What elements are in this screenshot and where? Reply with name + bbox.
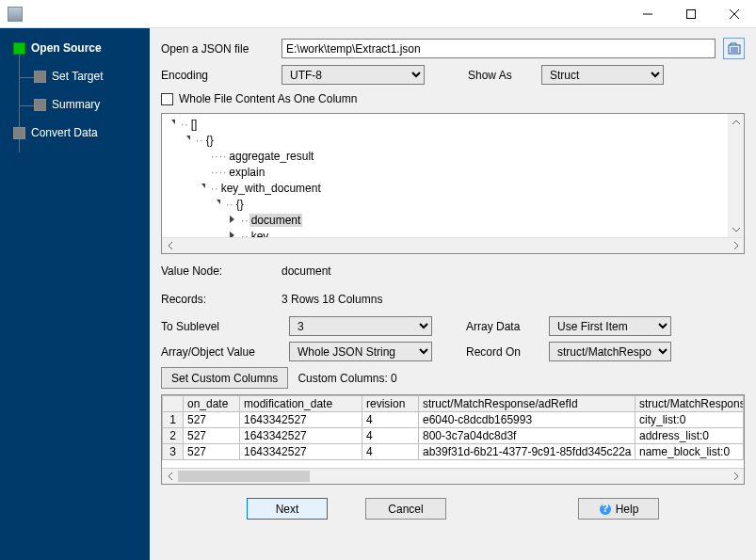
minimize-button[interactable] (626, 0, 669, 28)
step-indicator-icon (34, 99, 46, 111)
tree-expander-icon[interactable] (230, 232, 238, 237)
table-header-row: on_date modification_date revision struc… (163, 396, 744, 412)
set-custom-columns-button[interactable]: Set Custom Columns (161, 367, 288, 389)
scrollbar-thumb[interactable] (178, 471, 310, 482)
sublevel-label: To Sublevel (161, 320, 281, 333)
array-value-select[interactable]: Whole JSON String (289, 342, 432, 361)
scroll-left-icon[interactable] (162, 469, 178, 484)
tree-node[interactable]: {} (204, 134, 216, 147)
records-value: 3 Rows 18 Columns (281, 293, 382, 306)
app-icon (8, 7, 23, 22)
tree-node[interactable]: aggregate_result (227, 150, 315, 163)
step-indicator-icon (34, 71, 46, 83)
browse-file-button[interactable] (723, 38, 745, 59)
tree-vertical-scrollbar[interactable] (728, 114, 744, 237)
main-panel: Open a JSON file Encoding UTF-8 Show As … (150, 28, 756, 560)
show-as-select[interactable]: Struct (541, 65, 664, 85)
table-row[interactable]: 3 527 1643342527 4 ab39f31d-6b21-4377-9c… (163, 444, 744, 460)
tree-node-selected[interactable]: document (249, 214, 303, 227)
scroll-right-icon[interactable] (728, 469, 744, 484)
scroll-right-icon[interactable] (728, 238, 744, 253)
array-data-label: Array Data (466, 320, 541, 333)
tree-expander-icon[interactable] (230, 216, 238, 224)
table-header[interactable]: struct/MatchResponse/ (635, 396, 744, 412)
sidebar-step-label: Open Source (31, 41, 102, 55)
cancel-button[interactable]: Cancel (365, 498, 446, 520)
table-header[interactable]: on_date (184, 396, 240, 412)
tree-node[interactable]: key_with_document (219, 182, 323, 195)
wizard-sidebar: Open Source Set Target Summary Convert D… (0, 28, 150, 560)
whole-file-checkbox[interactable] (161, 93, 173, 105)
value-node-label: Value Node: (161, 264, 281, 278)
svg-text:?: ? (602, 503, 608, 515)
sidebar-step-convert-data[interactable]: Convert Data (0, 122, 150, 143)
tree-expander-icon[interactable] (200, 184, 208, 192)
records-label: Records: (161, 293, 281, 306)
sidebar-step-set-target[interactable]: Set Target (0, 66, 150, 87)
record-on-label: Record On (466, 345, 541, 359)
file-path-input[interactable] (281, 39, 716, 58)
grid-horizontal-scrollbar[interactable] (162, 468, 744, 484)
value-node-value: document (281, 264, 331, 278)
tree-expander-icon[interactable] (215, 200, 223, 208)
record-on-select[interactable]: struct/MatchRespons (549, 342, 671, 361)
tree-node[interactable]: key (249, 230, 271, 238)
svg-rect-0 (687, 9, 696, 18)
scroll-up-icon[interactable] (728, 114, 744, 130)
sidebar-step-label: Convert Data (31, 126, 98, 139)
json-tree-view[interactable]: ··[] ··{} ····aggregate_result ····expla… (161, 113, 745, 254)
step-indicator-icon (13, 42, 25, 55)
table-header[interactable]: struct/MatchResponse/adRefId (419, 396, 635, 412)
tree-horizontal-scrollbar[interactable] (162, 237, 744, 253)
encoding-select[interactable]: UTF-8 (281, 65, 425, 85)
table-header[interactable]: modification_date (240, 396, 362, 412)
sublevel-select[interactable]: 3 (289, 316, 432, 336)
data-preview-grid[interactable]: on_date modification_date revision struc… (161, 394, 745, 485)
help-icon: ? (599, 503, 612, 516)
scroll-left-icon[interactable] (162, 238, 178, 253)
scroll-down-icon[interactable] (728, 221, 744, 237)
sidebar-step-summary[interactable]: Summary (0, 94, 150, 115)
title-bar (0, 0, 756, 28)
close-button[interactable] (713, 0, 756, 28)
sidebar-step-label: Summary (52, 98, 100, 111)
help-button[interactable]: ? Help (578, 498, 659, 520)
tree-expander-icon[interactable] (169, 120, 178, 128)
step-indicator-icon (13, 127, 25, 139)
maximize-button[interactable] (669, 0, 713, 28)
table-header[interactable] (163, 396, 184, 412)
array-value-label: Array/Object Value (161, 345, 281, 359)
table-row[interactable]: 2 527 1643342527 4 800-3c7a04dc8d3f addr… (163, 428, 744, 444)
show-as-label: Show As (468, 69, 534, 82)
sidebar-step-open-source[interactable]: Open Source (0, 38, 150, 58)
table-header[interactable]: revision (362, 396, 419, 412)
encoding-label: Encoding (161, 69, 274, 82)
sidebar-step-label: Set Target (52, 70, 103, 83)
next-button[interactable]: Next (247, 498, 328, 520)
tree-node[interactable]: explain (227, 166, 266, 179)
tree-expander-icon[interactable] (185, 136, 193, 144)
tree-node[interactable]: [] (189, 118, 200, 131)
array-data-select[interactable]: Use First Item (549, 316, 671, 336)
tree-node[interactable]: {} (234, 198, 246, 211)
open-file-label: Open a JSON file (161, 42, 274, 56)
table-row[interactable]: 1 527 1643342527 4 e6040-c8dcdb165993 ci… (163, 412, 744, 428)
whole-file-label: Whole File Content As One Column (179, 92, 357, 105)
custom-columns-count: Custom Columns: 0 (298, 372, 396, 385)
